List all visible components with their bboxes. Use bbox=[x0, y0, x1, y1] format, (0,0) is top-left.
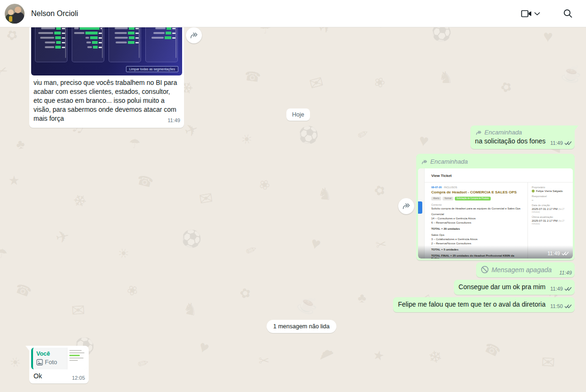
forwarded-label: Encaminhada bbox=[430, 158, 468, 166]
date-divider: Hoje bbox=[286, 108, 310, 121]
double-check-icon bbox=[564, 286, 572, 292]
ticket-assignee-label: Responsável bbox=[532, 195, 569, 198]
message-time: 12:05 bbox=[72, 375, 85, 381]
prohibited-icon bbox=[481, 266, 489, 274]
message-outgoing-forwarded-text[interactable]: Encaminhada na solicitação dos fones 11:… bbox=[470, 125, 575, 149]
message-text: Ok bbox=[33, 372, 42, 381]
message-list: ✿☕♣♫☂✈☀⚽✏♥✂☁★❄☎✉❀♞✿☕♣♫☂✈☀⚽✏♥✂☁★❄☎✉❀♞✿☕♣♫… bbox=[0, 27, 586, 392]
double-check-icon bbox=[564, 141, 572, 146]
ticket-screenshot-image[interactable]: View Ticket 08-07-20 · INCLUSOS Compra d… bbox=[418, 168, 573, 259]
contact-avatar[interactable] bbox=[5, 4, 25, 24]
message-time: 11:49 bbox=[167, 117, 180, 124]
message-text: Consegue dar um ok pra mim bbox=[459, 283, 545, 291]
message-incoming-reply[interactable]: Você Foto bbox=[29, 346, 89, 384]
dashboard-clear-filters-button: Limpar todas as segmentações bbox=[126, 66, 178, 72]
message-outgoing-deleted[interactable]: Mensagem apagada 11:49 bbox=[476, 262, 575, 277]
owner-avatar bbox=[532, 190, 535, 192]
ticket-created: 2025-07-31 2:17 PM (há 27 minutos) bbox=[532, 208, 569, 213]
forwarded-label: Encaminhada bbox=[485, 128, 522, 137]
chevron-down-icon bbox=[534, 12, 540, 16]
chat-header: Nelson Orcioli bbox=[0, 0, 586, 27]
forward-message-button[interactable] bbox=[398, 198, 414, 214]
double-check-icon bbox=[564, 304, 572, 309]
bi-dashboard-image[interactable]: Limpar todas as segmentações bbox=[31, 27, 182, 75]
message-time: 11:50 bbox=[550, 303, 572, 309]
forward-message-button[interactable] bbox=[186, 27, 202, 43]
quote-thumbnail bbox=[67, 348, 87, 369]
search-button[interactable] bbox=[560, 6, 576, 21]
ticket-ref: 08-07-20 · INCLUSOS bbox=[431, 186, 523, 189]
ticket-blue-marker bbox=[418, 201, 422, 214]
forward-icon bbox=[402, 202, 411, 210]
ticket-updated: 2025-07-31 2:17 PM (há 27 minutos) bbox=[532, 219, 569, 225]
message-text: viu man, preciso que vocês trabalhem no … bbox=[33, 79, 177, 122]
ticket-title: Compra de Headset - COMERCIA E SALES OPS bbox=[431, 190, 523, 194]
search-icon bbox=[563, 8, 573, 18]
message-time: 11:49 bbox=[550, 286, 572, 292]
image-message-time: 11:49 bbox=[418, 245, 573, 259]
message-text: Felipe me falou que tem que ter o aval d… bbox=[398, 300, 545, 308]
message-outgoing-forwarded-image[interactable]: Encaminhada View Ticket 08-07-20 · INCLU… bbox=[416, 154, 575, 260]
message-outgoing-text[interactable]: Consegue dar um ok pra mim 11:49 bbox=[454, 280, 575, 295]
ticket-owner-label: Proprietário bbox=[532, 186, 569, 189]
message-text: na solicitação dos fones bbox=[475, 137, 545, 145]
message-time: 11:49 bbox=[550, 140, 572, 146]
contact-name[interactable]: Nelson Orcioli bbox=[31, 9, 78, 18]
ticket-context-label: Contexto bbox=[431, 203, 523, 206]
message-outgoing-text[interactable]: Felipe me falou que tem que ter o aval d… bbox=[393, 297, 575, 312]
deleted-message-text: Mensagem apagada bbox=[492, 266, 552, 274]
quoted-message[interactable]: Você Foto bbox=[31, 348, 87, 369]
ticket-context: Solicito compra de Headset para as equip… bbox=[431, 207, 523, 210]
quote-media-kind: Foto bbox=[45, 359, 57, 366]
forwarded-arrow-icon bbox=[421, 159, 428, 165]
unread-messages-divider: 1 mensagem não lida bbox=[267, 320, 336, 333]
whatsapp-chat-window: Nelson Orcioli bbox=[0, 0, 586, 392]
message-incoming-image-text[interactable]: Limpar todas as segmentações viu man, pr… bbox=[29, 27, 184, 128]
message-time: 11:49 bbox=[559, 270, 572, 276]
ticket-updated-label: Última atualização bbox=[532, 216, 569, 218]
forwarded-arrow-icon bbox=[475, 130, 482, 136]
ticket-tags: AbertoNormalSolicitação de Compra de Pro… bbox=[431, 197, 523, 200]
photo-icon bbox=[36, 359, 43, 366]
ticket-owner: Felipe Vieira Salgado bbox=[532, 190, 569, 192]
ticket-page-title: View Ticket bbox=[431, 174, 452, 178]
quote-author: Você bbox=[36, 350, 64, 357]
video-camera-icon bbox=[521, 9, 532, 18]
dashboard-panels bbox=[35, 27, 178, 62]
double-check-icon bbox=[561, 251, 569, 256]
ticket-created-label: Data de criação bbox=[532, 204, 569, 207]
video-call-button[interactable] bbox=[517, 7, 544, 20]
ticket-assignee: – bbox=[532, 199, 569, 201]
forward-icon bbox=[189, 31, 199, 40]
